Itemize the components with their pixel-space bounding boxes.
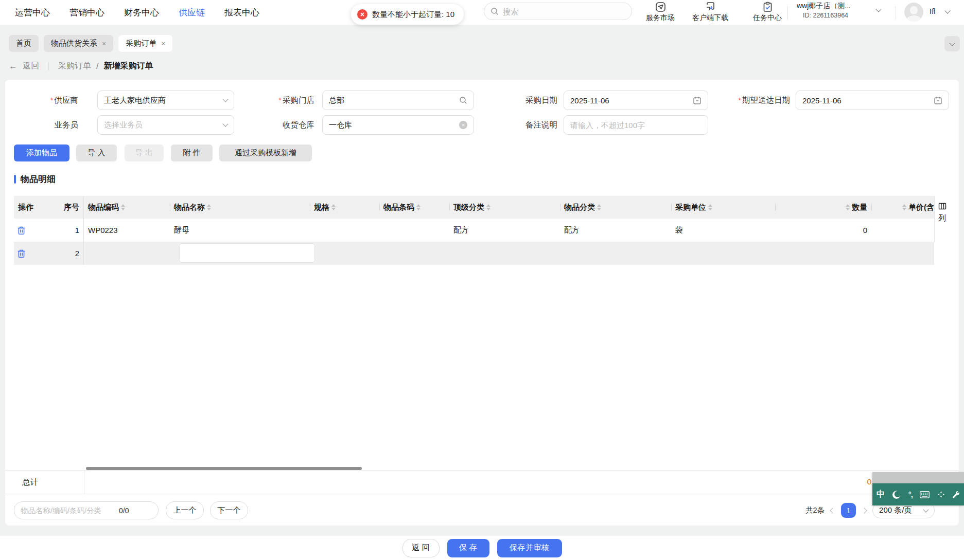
- next-page-icon[interactable]: [861, 508, 867, 513]
- cell-top-category: 配方: [449, 219, 560, 242]
- total-qty-value: 0: [775, 477, 871, 486]
- col-header-code[interactable]: 物品编码: [84, 196, 170, 219]
- user-chevron-down-icon[interactable]: [944, 8, 950, 13]
- purchase-date-input[interactable]: 2025-11-06: [564, 91, 708, 110]
- search-icon: [490, 7, 499, 15]
- breadcrumb-parent[interactable]: 采购订单: [58, 61, 91, 71]
- topbar-divider-2: [896, 6, 896, 20]
- col-header-barcode[interactable]: 物品条码: [379, 196, 449, 219]
- col-header-price[interactable]: 单价(含: [871, 196, 934, 219]
- breadcrumb-separator: /: [96, 62, 98, 71]
- export-button[interactable]: 导 出: [125, 144, 164, 161]
- error-toast: × 数量不能小于起订量: 10: [351, 4, 464, 25]
- download-icon: [705, 2, 716, 12]
- ime-language-mode[interactable]: 中: [877, 489, 885, 500]
- filter-counter: 0/0: [119, 507, 129, 515]
- avatar[interactable]: [904, 3, 923, 22]
- global-search[interactable]: [484, 3, 632, 20]
- col-header-category[interactable]: 物品分类: [560, 196, 671, 219]
- tabs-overflow-button[interactable]: [944, 36, 960, 51]
- col-header-spec[interactable]: 规格: [310, 196, 379, 219]
- back-link[interactable]: 返回: [23, 61, 39, 71]
- col-header-qty[interactable]: 数量: [775, 196, 871, 219]
- chevron-down-icon: [222, 96, 228, 102]
- warehouse-input[interactable]: 一仓库 ×: [322, 115, 474, 135]
- page-number-button[interactable]: 1: [841, 503, 856, 518]
- nav-supply-chain[interactable]: 供应链: [179, 7, 205, 19]
- save-and-audit-button[interactable]: 保存并审核: [497, 539, 562, 557]
- cell-price[interactable]: [871, 219, 934, 242]
- nav-marketing-center[interactable]: 营销中心: [69, 7, 104, 19]
- clear-icon[interactable]: ×: [459, 121, 467, 129]
- import-button[interactable]: 导 入: [76, 144, 117, 161]
- nav-finance-center[interactable]: 财务中心: [124, 7, 159, 19]
- nav-report-center[interactable]: 报表中心: [224, 7, 259, 19]
- service-market-link[interactable]: 服务市场: [636, 2, 685, 23]
- item-name-search-input[interactable]: [180, 244, 314, 262]
- item-filter: 0/0: [14, 501, 159, 519]
- supplier-select[interactable]: 王老大家电供应商: [97, 91, 234, 110]
- sort-caret-icon: [207, 204, 211, 210]
- sort-caret-icon: [331, 204, 336, 210]
- table-row: 2: [14, 242, 934, 265]
- delete-row-button[interactable]: [14, 242, 49, 265]
- close-icon[interactable]: ×: [102, 40, 106, 48]
- ime-keyboard-icon[interactable]: [920, 491, 930, 498]
- col-header-unit[interactable]: 采购单位: [671, 196, 775, 219]
- cell-code: WP0223: [84, 219, 170, 242]
- tab-home[interactable]: 首页: [9, 35, 39, 52]
- purchase-order-form-card: *供应商 王老大家电供应商 *采购门店 总部 采购日期 2025-11-06 *…: [5, 80, 959, 526]
- back-button[interactable]: 返 回: [402, 539, 440, 557]
- nav-operation-center[interactable]: 运营中心: [15, 7, 50, 19]
- ime-fullwidth-moon-icon[interactable]: [892, 490, 901, 499]
- back-arrow-icon[interactable]: ←: [9, 61, 17, 71]
- save-button[interactable]: 保 存: [447, 539, 489, 557]
- cell-barcode: [379, 219, 449, 242]
- section-accent-bar: [14, 175, 16, 184]
- cell-name[interactable]: 酵母: [170, 219, 310, 242]
- remark-input-wrap: [564, 115, 708, 135]
- cell-qty[interactable]: 0: [775, 219, 871, 242]
- attachment-button[interactable]: 附 件: [171, 144, 213, 161]
- ime-status-bar: 中 °,: [872, 483, 964, 505]
- col-header-seq: 序号: [49, 196, 84, 219]
- prev-item-button[interactable]: 上一个: [166, 501, 204, 519]
- purchase-store-input[interactable]: 总部: [322, 91, 474, 110]
- remark-input[interactable]: [570, 121, 702, 130]
- global-search-input[interactable]: [503, 7, 616, 16]
- user-name: Ifl: [930, 7, 936, 15]
- ime-toolbox-wrench-icon[interactable]: [952, 491, 960, 498]
- ime-punctuation-toggle[interactable]: °,: [908, 490, 913, 499]
- prev-page-icon[interactable]: [830, 508, 835, 513]
- close-icon[interactable]: ×: [161, 40, 165, 48]
- ime-toolbar: 中 °,: [872, 472, 964, 505]
- sort-caret-icon: [486, 204, 490, 210]
- chevron-down-icon: [923, 507, 928, 512]
- delete-row-button[interactable]: [14, 219, 49, 242]
- salesman-select[interactable]: 选择业务员: [97, 115, 234, 135]
- col-header-top-category[interactable]: 顶级分类: [449, 196, 560, 219]
- table-header: 操作 序号 物品编码 物品名称 规格 物品条码 顶级分类 物品分类 采购单位 数…: [14, 196, 934, 219]
- add-item-button[interactable]: 添加物品: [14, 144, 69, 161]
- purchase-store-label: *采购门店: [242, 91, 314, 110]
- tab-item-supply-relation[interactable]: 物品供货关系 ×: [44, 35, 113, 52]
- chevron-down-icon: [222, 121, 228, 127]
- calendar-icon: [934, 96, 942, 105]
- client-download-link[interactable]: 客户端下载: [686, 2, 735, 23]
- task-center-link[interactable]: 任务中心: [743, 2, 792, 23]
- add-from-template-button[interactable]: 通过采购模板新增: [219, 144, 312, 161]
- col-header-name[interactable]: 物品名称: [170, 196, 310, 219]
- trash-icon: [17, 226, 26, 235]
- item-filter-input[interactable]: [21, 507, 116, 515]
- ime-voice-icon[interactable]: [937, 491, 945, 498]
- total-divider: [84, 471, 84, 495]
- column-config-button[interactable]: 列: [934, 196, 950, 242]
- tab-purchase-order[interactable]: 采购订单 ×: [118, 35, 172, 52]
- sort-caret-icon: [416, 204, 420, 210]
- account-store-info[interactable]: wwj椰子店（测... ID: 2261163964: [797, 2, 874, 19]
- ime-drag-handle[interactable]: [872, 472, 964, 483]
- expected-date-input[interactable]: 2025-11-06: [796, 91, 949, 110]
- next-item-button[interactable]: 下一个: [210, 501, 248, 519]
- store-chevron-down-icon[interactable]: [875, 6, 881, 12]
- table-row: 1 WP0223 酵母 配方 配方 袋 0: [14, 219, 934, 242]
